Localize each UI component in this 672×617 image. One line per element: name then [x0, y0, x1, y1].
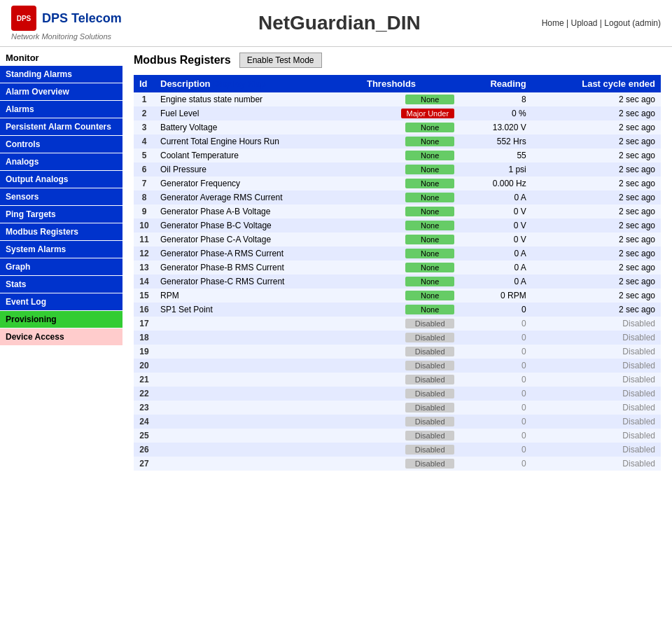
display-map-link[interactable]: Display Map — [213, 78, 266, 89]
sidebar-item-standing-alarms[interactable]: Standing Alarms — [0, 66, 122, 83]
row-last-cycle: 2 sec ago — [532, 106, 661, 120]
nav-links[interactable]: Home | Upload | Logout (admin) — [542, 18, 661, 28]
row-description — [155, 415, 361, 429]
row-reading: 0 V — [460, 233, 532, 247]
sidebar-item-provisioning[interactable]: Provisioning — [0, 311, 122, 328]
sidebar-item-alarm-overview[interactable]: Alarm Overview — [0, 83, 122, 100]
sidebar-item-alarms[interactable]: Alarms — [0, 101, 122, 118]
row-reading: 0 — [460, 457, 532, 471]
sidebar-item-stats[interactable]: Stats — [0, 276, 122, 293]
row-description: Generator Phase-B RMS Current — [155, 261, 361, 275]
row-reading: 552 Hrs — [460, 134, 532, 148]
sidebar-item-system-alarms[interactable]: System Alarms — [0, 241, 122, 258]
row-reading: 0 — [460, 303, 532, 317]
row-threshold: None — [361, 233, 460, 247]
sidebar-item-analogs[interactable]: Analogs — [0, 153, 122, 170]
enable-test-mode-button[interactable]: Enable Test Mode — [239, 53, 322, 68]
row-reading: 0 A — [460, 247, 532, 261]
row-description — [155, 345, 361, 359]
layout: Monitor Standing Alarms Alarm Overview A… — [0, 47, 672, 476]
row-id: 4 — [134, 134, 155, 148]
table-row: 10Generator Phase B-C VoltageNone0 V2 se… — [134, 219, 661, 233]
row-last-cycle: 2 sec ago — [532, 219, 661, 233]
row-description — [155, 317, 361, 331]
row-id: 10 — [134, 219, 155, 233]
row-threshold: None — [361, 176, 460, 190]
row-threshold: Disabled — [361, 317, 460, 331]
row-description — [155, 429, 361, 443]
row-description: Fuel Level — [155, 106, 361, 120]
row-reading: 0 — [460, 345, 532, 359]
sidebar-item-output-analogs[interactable]: Output Analogs — [0, 171, 122, 188]
row-last-cycle: Disabled — [532, 443, 661, 457]
row-reading: 0 A — [460, 275, 532, 289]
sidebar-item-sensors[interactable]: Sensors — [0, 188, 122, 205]
col-id: Id — [134, 75, 155, 92]
sidebar-item-device-access[interactable]: Device Access — [0, 328, 122, 345]
row-reading: 0 — [460, 373, 532, 387]
row-last-cycle: Disabled — [532, 387, 661, 401]
row-description: SP1 Set Point — [155, 303, 361, 317]
sidebar-item-controls[interactable]: Controls — [0, 136, 122, 153]
table-row: 16SP1 Set PointNone02 sec ago — [134, 303, 661, 317]
row-threshold: Disabled — [361, 401, 460, 415]
row-reading: 0 A — [460, 190, 532, 204]
row-description: Generator Phase C-A Voltage — [155, 233, 361, 247]
row-description: Generator Frequency — [155, 176, 361, 190]
table-row: 7Generator FrequencyNone0.000 Hz2 sec ag… — [134, 176, 661, 190]
row-id: 23 — [134, 401, 155, 415]
table-row: 11Generator Phase C-A VoltageNone0 V2 se… — [134, 233, 661, 247]
row-threshold: Disabled — [361, 345, 460, 359]
row-last-cycle: Disabled — [532, 359, 661, 373]
table-row: 8Generator Average RMS CurrentNone0 A2 s… — [134, 190, 661, 204]
row-reading: 8 — [460, 92, 532, 106]
row-last-cycle: 2 sec ago — [532, 190, 661, 204]
sidebar-item-ping-targets[interactable]: Ping Targets — [0, 206, 122, 223]
row-description: Generator Phase A-B Voltage — [155, 204, 361, 219]
row-reading: 0 — [460, 387, 532, 401]
table-row: 24Disabled0Disabled — [134, 415, 661, 429]
row-threshold: None — [361, 134, 460, 148]
row-threshold: Disabled — [361, 331, 460, 345]
row-description — [155, 443, 361, 457]
row-last-cycle: Disabled — [532, 373, 661, 387]
row-threshold: None — [361, 162, 460, 176]
row-threshold: Disabled — [361, 387, 460, 401]
row-threshold: None — [361, 190, 460, 204]
sidebar-section-label: Monitor — [0, 50, 122, 66]
row-reading: 0 — [460, 401, 532, 415]
sidebar: Monitor Standing Alarms Alarm Overview A… — [0, 47, 122, 476]
row-last-cycle: Disabled — [532, 401, 661, 415]
table-row: 6Oil PressureNone1 psi2 sec ago — [134, 162, 661, 176]
row-last-cycle: Disabled — [532, 331, 661, 345]
row-reading: 0 — [460, 415, 532, 429]
col-description: Description Display Map — [155, 75, 361, 92]
row-reading: 0 V — [460, 204, 532, 219]
section-title: Modbus Registers — [134, 54, 231, 67]
table-row: 9Generator Phase A-B VoltageNone0 V2 sec… — [134, 204, 661, 219]
row-last-cycle: 2 sec ago — [532, 134, 661, 148]
table-row: 22Disabled0Disabled — [134, 387, 661, 401]
row-description — [155, 331, 361, 345]
row-description — [155, 359, 361, 373]
sidebar-item-graph[interactable]: Graph — [0, 258, 122, 275]
row-threshold: Disabled — [361, 373, 460, 387]
row-reading: 0 — [460, 317, 532, 331]
row-last-cycle: 2 sec ago — [532, 303, 661, 317]
row-last-cycle: 2 sec ago — [532, 204, 661, 219]
table-row: 3Battery VoltageNone13.020 V2 sec ago — [134, 120, 661, 134]
row-id: 7 — [134, 176, 155, 190]
sidebar-item-persistent-alarm[interactable]: Persistent Alarm Counters — [0, 118, 122, 135]
table-row: 26Disabled0Disabled — [134, 443, 661, 457]
sidebar-item-event-log[interactable]: Event Log — [0, 293, 122, 310]
row-threshold: Disabled — [361, 359, 460, 373]
table-row: 27Disabled0Disabled — [134, 457, 661, 471]
row-id: 12 — [134, 247, 155, 261]
sidebar-item-modbus-registers[interactable]: Modbus Registers — [0, 223, 122, 240]
page-header: DPS DPS Telecom Network Monitoring Solut… — [0, 0, 672, 47]
row-id: 6 — [134, 162, 155, 176]
row-threshold: None — [361, 120, 460, 134]
row-threshold: Disabled — [361, 443, 460, 457]
row-id: 14 — [134, 275, 155, 289]
row-id: 17 — [134, 317, 155, 331]
